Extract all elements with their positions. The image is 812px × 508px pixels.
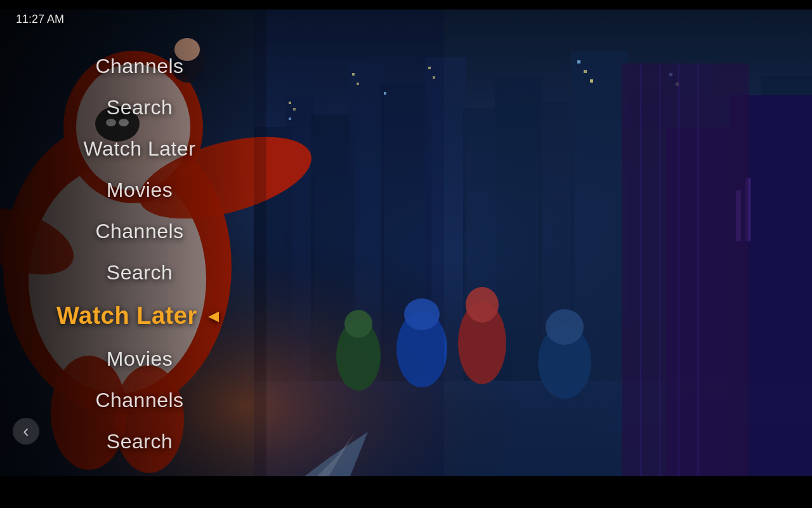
menu-label-search-3: Search xyxy=(107,430,173,453)
menu-label-movies-1: Movies xyxy=(107,178,173,201)
back-arrow-icon: ‹ xyxy=(23,421,29,441)
back-button[interactable]: ‹ xyxy=(13,418,39,444)
menu-item-channels-3[interactable]: Channels xyxy=(13,380,266,421)
menu-label-movies-2: Movies xyxy=(107,347,173,370)
menu-item-watchlater-active[interactable]: Watch Later ◄ xyxy=(13,293,266,338)
menu-label-channels-1: Channels xyxy=(95,55,183,77)
bottom-bar xyxy=(0,476,812,508)
menu-label-channels-2: Channels xyxy=(95,220,183,243)
menu-item-search-1[interactable]: Search xyxy=(13,87,266,128)
top-bar xyxy=(0,0,812,10)
menu-item-search-3[interactable]: Search xyxy=(13,421,266,462)
menu-label-search-1: Search xyxy=(107,96,173,119)
menu-label-search-2: Search xyxy=(107,261,173,284)
menu-item-channels-2[interactable]: Channels xyxy=(13,211,266,252)
menu-label-channels-3: Channels xyxy=(95,389,183,411)
menu-item-watchlater-1[interactable]: Watch Later xyxy=(13,128,266,170)
time-display: 11:27 AM xyxy=(16,13,64,26)
menu-item-channels-1[interactable]: Channels xyxy=(13,46,266,87)
navigation-menu: Channels Search Watch Later Movies Chann… xyxy=(0,0,266,508)
menu-label-watchlater-1: Watch Later xyxy=(84,137,196,160)
menu-item-movies-2[interactable]: Movies xyxy=(13,338,266,380)
active-arrow-indicator: ◄ xyxy=(205,306,223,326)
clock-time: 11:27 AM xyxy=(16,13,64,25)
menu-item-search-2[interactable]: Search xyxy=(13,252,266,293)
menu-label-watchlater-active: Watch Later xyxy=(56,302,197,330)
menu-item-movies-1[interactable]: Movies xyxy=(13,170,266,211)
